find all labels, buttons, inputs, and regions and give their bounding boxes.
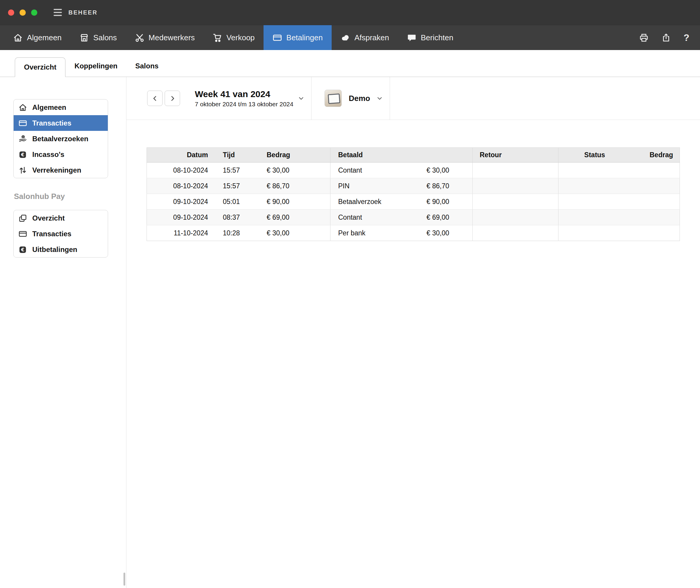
main-nav: Algemeen Salons Medewerkers Verkoop Beta… bbox=[0, 25, 700, 50]
sidebar-item-algemeen[interactable]: Algemeen bbox=[14, 99, 108, 115]
cell-tijd: 15:57 bbox=[213, 163, 261, 178]
cell-bedrag: € 86,70 bbox=[261, 178, 330, 194]
app-title: BEHEER bbox=[68, 9, 97, 16]
cell-retour bbox=[473, 225, 558, 241]
cell-datum: 09-10-2024 bbox=[147, 210, 213, 225]
home-icon bbox=[18, 103, 27, 112]
table-row[interactable]: 09-10-2024 05:01 € 90,00 Betaalverzoek €… bbox=[147, 194, 680, 210]
sidebar-item-verrekeningen[interactable]: Verrekeningen bbox=[14, 162, 108, 178]
col-header-datum: Datum bbox=[147, 148, 213, 163]
sidebar-item-label: Overzicht bbox=[32, 214, 65, 222]
table-row[interactable]: 09-10-2024 08:37 € 69,00 Contant € 69,00 bbox=[147, 210, 680, 225]
cell-tijd: 05:01 bbox=[213, 194, 261, 210]
col-header-tijd: Tijd bbox=[213, 148, 261, 163]
help-icon[interactable]: ? bbox=[683, 33, 689, 42]
sidebar-item-betaalverzoeken[interactable]: Betaalverzoeken bbox=[14, 131, 108, 147]
week-nav-buttons bbox=[147, 91, 180, 106]
table-row[interactable]: 08-10-2024 15:57 € 86,70 PIN € 86,70 bbox=[147, 178, 680, 194]
cart-icon bbox=[213, 33, 222, 43]
period-header: Week 41 van 2024 7 oktober 2024 t/m 13 o… bbox=[126, 77, 700, 120]
close-window-button[interactable] bbox=[8, 9, 14, 16]
tab-overzicht[interactable]: Overzicht bbox=[15, 57, 65, 77]
home-icon bbox=[13, 33, 23, 43]
sidebar-group-salonhub-pay: Overzicht Transacties € Uitbetalingen bbox=[13, 210, 108, 258]
tab-salons[interactable]: Salons bbox=[126, 62, 168, 77]
minimize-window-button[interactable] bbox=[20, 9, 26, 16]
next-week-button[interactable] bbox=[165, 91, 180, 106]
scrollbar-thumb[interactable] bbox=[123, 573, 125, 586]
nav-item-algemeen[interactable]: Algemeen bbox=[4, 25, 70, 50]
tab-strip: Overzicht Koppelingen Salons bbox=[0, 50, 700, 77]
cell-datum: 08-10-2024 bbox=[147, 163, 213, 178]
window-controls bbox=[8, 9, 37, 16]
tab-koppelingen[interactable]: Koppelingen bbox=[65, 62, 126, 77]
sidebar-item-label: Transacties bbox=[32, 230, 71, 238]
cell-retour bbox=[473, 194, 558, 210]
sidebar-item-pay-uitbetalingen[interactable]: € Uitbetalingen bbox=[14, 242, 108, 257]
nav-actions: ? bbox=[639, 25, 700, 50]
sidebar-section-label: Salonhub Pay bbox=[14, 192, 126, 201]
transfer-arrows-icon bbox=[18, 166, 27, 175]
hamburger-menu-icon[interactable] bbox=[54, 9, 62, 16]
transactions-table-wrap: Datum Tijd Bedrag Betaald Retour Status … bbox=[147, 147, 700, 241]
cell-status bbox=[558, 210, 631, 225]
card-icon bbox=[18, 229, 27, 238]
cell-bedrag: € 69,00 bbox=[261, 210, 330, 225]
salon-name: Demo bbox=[349, 94, 370, 103]
table-header-row: Datum Tijd Bedrag Betaald Retour Status … bbox=[147, 148, 680, 163]
zoom-window-button[interactable] bbox=[31, 9, 37, 16]
nav-label: Betalingen bbox=[286, 33, 323, 42]
cell-tijd: 08:37 bbox=[213, 210, 261, 225]
nav-item-betalingen[interactable]: Betalingen bbox=[264, 25, 332, 50]
cell-retour bbox=[473, 163, 558, 178]
nav-item-afspraken[interactable]: Afspraken bbox=[332, 25, 398, 50]
prev-week-button[interactable] bbox=[147, 91, 163, 106]
sidebar-item-transacties[interactable]: Transacties bbox=[14, 115, 108, 131]
printer-icon[interactable] bbox=[639, 33, 649, 43]
euro-badge-icon: € bbox=[18, 150, 27, 159]
sidebar-item-label: Uitbetalingen bbox=[32, 245, 77, 254]
card-icon bbox=[18, 119, 27, 128]
cell-bedrag2 bbox=[631, 225, 680, 241]
sidebar-item-pay-overzicht[interactable]: Overzicht bbox=[14, 210, 108, 226]
cell-bedrag2 bbox=[631, 178, 680, 194]
cell-betaald-bedrag: € 69,00 bbox=[406, 210, 473, 225]
cell-status bbox=[558, 178, 631, 194]
nav-item-berichten[interactable]: Berichten bbox=[398, 25, 462, 50]
cell-bedrag2 bbox=[631, 163, 680, 178]
sidebar-group-betalingen: Algemeen Transacties Betaalverzoeken € I… bbox=[13, 99, 108, 178]
nav-label: Medewerkers bbox=[149, 33, 195, 42]
salon-selector[interactable]: Demo bbox=[325, 90, 383, 107]
share-icon[interactable] bbox=[661, 33, 671, 43]
cell-betaald-bedrag: € 30,00 bbox=[406, 163, 473, 178]
cell-retour bbox=[473, 210, 558, 225]
table-row[interactable]: 11-10-2024 10:28 € 30,00 Per bank € 30,0… bbox=[147, 225, 680, 241]
euro-badge-icon: € bbox=[18, 245, 27, 254]
table-row[interactable]: 08-10-2024 15:57 € 30,00 Contant € 30,00 bbox=[147, 163, 680, 178]
sidebar-item-label: Algemeen bbox=[32, 103, 66, 112]
cloud-icon bbox=[341, 33, 350, 43]
cell-bedrag: € 30,00 bbox=[261, 225, 330, 241]
header-divider bbox=[390, 77, 390, 120]
cell-betaald: Contant bbox=[330, 163, 406, 178]
sidebar-item-pay-transacties[interactable]: Transacties bbox=[14, 226, 108, 242]
hand-coin-icon bbox=[18, 134, 27, 143]
nav-label: Afspraken bbox=[354, 33, 389, 42]
sidebar-item-label: Transacties bbox=[32, 119, 71, 127]
chevron-left-icon bbox=[151, 95, 159, 102]
app-window: BEHEER Algemeen Salons Medewerkers Verko… bbox=[0, 0, 700, 588]
chevron-down-icon bbox=[376, 95, 383, 102]
sidebar-item-label: Incasso's bbox=[32, 150, 64, 159]
col-header-bedrag: Bedrag bbox=[261, 148, 330, 163]
cell-status bbox=[558, 194, 631, 210]
nav-item-verkoop[interactable]: Verkoop bbox=[204, 25, 264, 50]
nav-item-salons[interactable]: Salons bbox=[70, 25, 126, 50]
chevron-right-icon bbox=[169, 95, 176, 102]
nav-item-medewerkers[interactable]: Medewerkers bbox=[126, 25, 204, 50]
card-icon bbox=[272, 33, 282, 43]
sidebar-item-incassos[interactable]: € Incasso's bbox=[14, 147, 108, 162]
chevron-down-icon[interactable] bbox=[298, 95, 305, 102]
cell-bedrag2 bbox=[631, 194, 680, 210]
week-selector[interactable]: Week 41 van 2024 7 oktober 2024 t/m 13 o… bbox=[195, 89, 293, 108]
cell-datum: 11-10-2024 bbox=[147, 225, 213, 241]
